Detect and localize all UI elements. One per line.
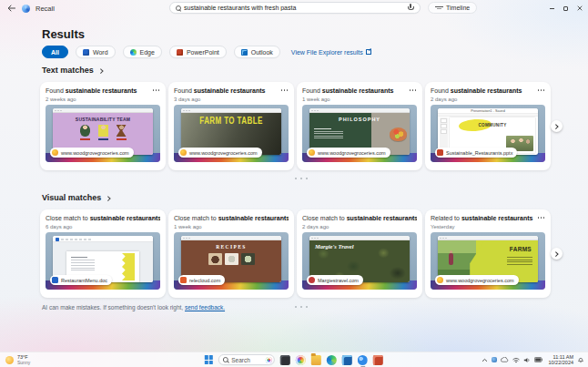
source-badge: www.woodgrovegroceries.com bbox=[307, 148, 390, 158]
website-favicon bbox=[180, 149, 187, 156]
source-badge: RestaurantMenu.doc bbox=[50, 275, 112, 285]
battery-icon[interactable] bbox=[534, 357, 542, 362]
card-thumbnail: SUSTAINABILITY TEAM www.woodgrovegroceri… bbox=[46, 105, 160, 162]
source-badge: www.woodgrovegroceries.com bbox=[50, 148, 134, 158]
close-button[interactable] bbox=[573, 0, 586, 16]
microphone-icon[interactable] bbox=[407, 4, 414, 12]
card-thumbnail: FARM TO TABLE www.woodgrovegroceries.com bbox=[174, 105, 289, 162]
system-tray: 11:11 AM 10/22/2024 bbox=[482, 354, 584, 365]
more-options-icon[interactable] bbox=[153, 89, 160, 91]
chevron-right-icon bbox=[106, 196, 111, 200]
timeline-icon bbox=[435, 5, 443, 11]
filter-powerpoint[interactable]: PowerPoint bbox=[169, 46, 227, 58]
card-title: Found sustainable restaurants bbox=[174, 87, 289, 95]
card-thumbnail: Margie's Travel Margiestravel.com bbox=[302, 232, 417, 290]
card-timestamp: Yesterday bbox=[431, 224, 545, 229]
file-explorer-link[interactable]: View File Explorer results bbox=[291, 49, 371, 56]
result-card-recipes[interactable]: Close match to sustainable restaurants 1… bbox=[168, 209, 294, 298]
result-card-margies-travel[interactable]: Close match to sustainable restaurants 2… bbox=[297, 209, 422, 298]
file-explorer-icon[interactable] bbox=[311, 355, 321, 365]
more-options-icon[interactable] bbox=[538, 89, 545, 91]
text-matches-header[interactable]: Text matches bbox=[42, 66, 102, 75]
card-title: Close match to sustainable restaurants bbox=[46, 215, 160, 222]
card-timestamp: 2 days ago bbox=[431, 97, 545, 102]
send-feedback-link[interactable]: send feedback. bbox=[185, 304, 225, 311]
notification-bell-icon[interactable] bbox=[577, 356, 584, 363]
team-photos bbox=[53, 125, 153, 137]
search-bar[interactable] bbox=[169, 2, 421, 14]
source-badge: www.woodgrovegroceries.com bbox=[435, 275, 519, 285]
bing-icon bbox=[266, 357, 272, 363]
edge-app-icon[interactable] bbox=[327, 355, 337, 365]
recall-app-taskbar-icon[interactable] bbox=[358, 355, 368, 365]
bluetooth-icon[interactable] bbox=[492, 357, 497, 362]
slide-title: FARMS bbox=[510, 246, 532, 252]
recall-app-window: Recall Timeline Results All Word Edge Po… bbox=[0, 0, 588, 367]
slide-title: SUSTAINABILITY TEAM bbox=[53, 117, 153, 122]
visual-matches-next-button[interactable] bbox=[551, 248, 563, 260]
volume-icon[interactable] bbox=[523, 357, 531, 363]
weather-condition: Sunny bbox=[17, 360, 30, 365]
source-badge: Sustainable_Restaurants.pptx bbox=[435, 148, 517, 158]
more-options-icon[interactable] bbox=[281, 89, 289, 91]
text-matches-pagination[interactable] bbox=[40, 178, 563, 179]
clock[interactable]: 11:11 AM 10/22/2024 bbox=[548, 354, 573, 365]
slide-title: Margie's Travel bbox=[315, 243, 410, 250]
taskbar-search[interactable]: Search bbox=[218, 354, 275, 365]
source-badge: relecloud.com bbox=[178, 275, 225, 285]
external-link-icon bbox=[366, 49, 371, 55]
card-timestamp: 1 week ago bbox=[174, 224, 289, 229]
task-view-button[interactable] bbox=[280, 355, 290, 365]
result-card-restaurant-menu[interactable]: Close match to sustainable restaurants 6… bbox=[40, 209, 166, 298]
clock-date: 10/22/2024 bbox=[548, 360, 573, 365]
minimize-button[interactable] bbox=[545, 0, 559, 16]
website-favicon bbox=[52, 149, 58, 156]
search-input[interactable] bbox=[184, 3, 407, 13]
maximize-button[interactable] bbox=[559, 0, 573, 16]
card-thumbnail: PHILOSOPHY www.woodgrovegroceries.com bbox=[302, 105, 417, 162]
filter-edge[interactable]: Edge bbox=[123, 46, 162, 58]
result-card-philosophy[interactable]: Found sustainable restaurants 1 week ago… bbox=[297, 82, 422, 170]
card-thumbnail: RECIPES relecloud.com bbox=[174, 232, 289, 290]
recipe-photos bbox=[181, 253, 281, 265]
visual-matches-header[interactable]: Visual matches bbox=[42, 193, 110, 202]
card-timestamp: 6 days ago bbox=[46, 224, 160, 229]
slide-title: COMMUNITY bbox=[450, 123, 535, 127]
back-button[interactable] bbox=[5, 3, 16, 14]
result-card-farm-to-table[interactable]: Found sustainable restaurants 3 days ago… bbox=[168, 82, 294, 170]
onedrive-icon[interactable] bbox=[501, 357, 509, 362]
wifi-icon[interactable] bbox=[512, 357, 520, 363]
slide-title: FARM TO TABLE bbox=[181, 117, 281, 126]
weather-widget[interactable]: 73°F Sunny bbox=[5, 354, 30, 365]
more-options-icon[interactable] bbox=[153, 217, 160, 219]
card-title: Close match to sustainable restaurants bbox=[302, 215, 417, 222]
more-options-icon[interactable] bbox=[538, 217, 545, 219]
chevron-right-icon bbox=[98, 68, 103, 73]
chevron-up-icon[interactable] bbox=[482, 358, 488, 362]
result-card-sustainability-team[interactable]: Found sustainable restaurants 2 weeks ag… bbox=[40, 82, 166, 170]
taskbar-center: Search bbox=[205, 354, 383, 365]
filter-outlook[interactable]: Outlook bbox=[234, 46, 280, 58]
filter-all[interactable]: All bbox=[42, 46, 68, 58]
powerpoint-app-icon[interactable] bbox=[373, 355, 383, 365]
card-title: Found sustainable restaurants bbox=[46, 87, 160, 95]
powerpoint-icon bbox=[177, 49, 183, 56]
outlook-icon bbox=[241, 49, 248, 56]
search-icon bbox=[176, 5, 181, 11]
window-controls bbox=[545, 0, 586, 16]
filter-word[interactable]: Word bbox=[76, 46, 116, 58]
outlook-app-icon[interactable] bbox=[342, 355, 352, 365]
start-button[interactable] bbox=[205, 355, 213, 363]
text-matches-next-button[interactable] bbox=[551, 120, 563, 132]
result-card-farms[interactable]: Related to sustainable restaurants Yeste… bbox=[425, 209, 551, 298]
timeline-button[interactable]: Timeline bbox=[428, 2, 477, 14]
card-thumbnail: Presentation1 - Saved COMMUNITY Sustaina… bbox=[431, 105, 545, 162]
result-card-community[interactable]: Found sustainable restaurants 2 days ago… bbox=[425, 82, 551, 170]
timeline-label: Timeline bbox=[446, 5, 470, 11]
more-options-icon[interactable] bbox=[410, 89, 417, 91]
photos-app-icon[interactable] bbox=[296, 355, 306, 365]
more-options-icon[interactable] bbox=[410, 217, 417, 219]
edge-icon bbox=[130, 49, 137, 56]
recall-app-icon bbox=[22, 5, 30, 13]
more-options-icon[interactable] bbox=[281, 217, 289, 219]
